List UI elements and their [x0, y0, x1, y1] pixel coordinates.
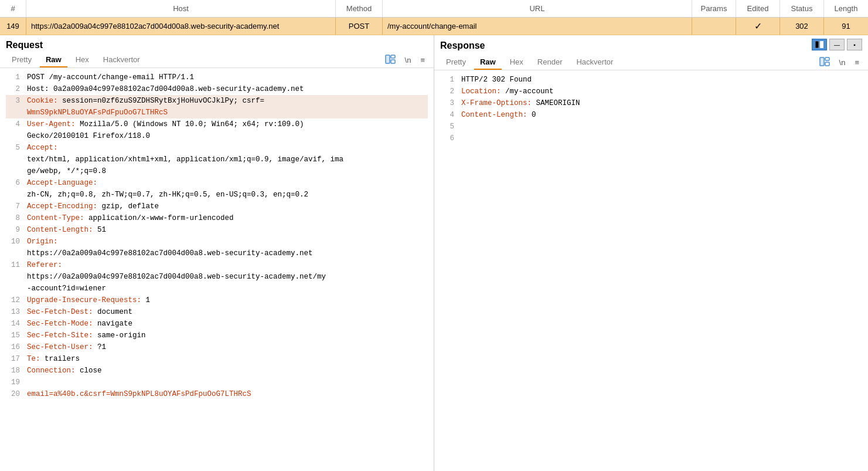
line-content: Accept: text/html, application/xhtml+xml… — [27, 142, 428, 177]
line-content: Sec-Fetch-User: ?1 — [27, 341, 428, 353]
url-label: URL — [529, 4, 544, 13]
code-line: 17Te: trailers — [6, 353, 428, 365]
line-number: 8 — [6, 212, 20, 224]
line-content: POST /my-account/change-email HTTP/1.1 — [27, 72, 428, 83]
request-title: Request — [6, 40, 43, 50]
line-number: 20 — [6, 388, 20, 400]
code-line: 16Sec-Fetch-User: ?1 — [6, 341, 428, 353]
code-line: 12Upgrade-Insecure-Requests: 1 — [6, 294, 428, 306]
request-tab-bar: Pretty Raw Hex Hackvertor \n ≡ — [0, 50, 434, 68]
response-title: Response — [440, 40, 485, 51]
line-content: X-Frame-Options: SAMEORIGIN — [461, 97, 862, 109]
svg-rect-6 — [820, 57, 824, 66]
line-number: 18 — [6, 365, 20, 377]
line-content: Sec-Fetch-Mode: navigate — [27, 318, 428, 330]
line-number: 10 — [6, 236, 20, 248]
line-content: HTTP/2 302 Found — [461, 74, 862, 86]
code-line: 1HTTP/2 302 Found — [440, 74, 862, 86]
code-line: 18Connection: close — [6, 365, 428, 377]
code-line: 3X-Frame-Options: SAMEORIGIN — [440, 97, 862, 109]
view-btn-single[interactable]: — — [829, 39, 845, 50]
line-content: Te: trailers — [27, 353, 428, 365]
response-tab-bar: Pretty Raw Hex Render Hackvertor \n ≡ — [434, 53, 868, 70]
line-number: 7 — [6, 201, 20, 212]
response-toolbar: Response — ▪ — [434, 35, 868, 53]
line-content: Host: 0a2a009a04c997e88102ac7d004d00a8.w… — [27, 83, 428, 95]
tab-response-raw[interactable]: Raw — [474, 55, 502, 70]
response-inspector-icon[interactable] — [816, 56, 833, 69]
response-newline-icon[interactable]: \n — [836, 57, 849, 68]
code-line: 3Cookie: session=n0zf6zuS9ZDHSRytBxjHoHu… — [6, 95, 428, 118]
tab-response-hex[interactable]: Hex — [504, 55, 529, 70]
length-label: Length — [835, 4, 858, 13]
svg-rect-5 — [815, 41, 819, 48]
request-menu-icon[interactable]: ≡ — [417, 55, 428, 66]
request-newline-icon[interactable]: \n — [402, 55, 414, 66]
code-line: 13Sec-Fetch-Dest: document — [6, 306, 428, 318]
row-params — [692, 18, 736, 35]
line-number: 16 — [6, 341, 20, 353]
line-number: 12 — [6, 294, 20, 306]
hash-label: # — [11, 4, 15, 13]
svg-rect-8 — [825, 62, 829, 66]
main-panels: Request Pretty Raw Hex Hackvertor \n ≡ — [0, 35, 868, 471]
response-menu-icon[interactable]: ≡ — [852, 57, 862, 68]
line-number: 4 — [6, 118, 20, 130]
params-label: Params — [701, 4, 727, 13]
edited-label: Edited — [747, 4, 769, 13]
tab-response-render[interactable]: Render — [532, 55, 569, 70]
tab-request-hackvertor[interactable]: Hackvertor — [97, 53, 146, 67]
row-url: /my-account/change-email — [383, 18, 692, 35]
code-line: 2Host: 0a2a009a04c997e88102ac7d004d00a8.… — [6, 83, 428, 95]
response-panel: Response — ▪ Pretty Raw Hex Render Hackv… — [434, 35, 868, 471]
view-btn-split[interactable] — [812, 39, 827, 50]
line-number: 11 — [6, 259, 20, 271]
table-row[interactable]: 149 https://0a2a009a04c997e88102ac7d004d… — [0, 18, 868, 35]
line-content: Sec-Fetch-Site: same-origin — [27, 330, 428, 341]
line-number: 2 — [6, 83, 20, 95]
col-status-header: Status — [780, 0, 824, 17]
col-host-header: Host — [26, 0, 336, 17]
line-content: Sec-Fetch-Dest: document — [27, 306, 428, 318]
code-line: 11Referer: https://0a2a009a04c997e88102a… — [6, 259, 428, 294]
line-number: 6 — [6, 177, 20, 189]
code-line: 6 — [440, 133, 862, 144]
col-params-header: Params — [692, 0, 736, 17]
code-line: 6Accept-Language: zh-CN, zh;q=0.8, zh-TW… — [6, 177, 428, 201]
table-header: # Host Method URL Params Edited Status L… — [0, 0, 868, 18]
col-url-header: URL — [383, 0, 692, 17]
row-edited: ✓ — [736, 18, 780, 35]
response-code-area[interactable]: 1HTTP/2 302 Found2Location: /my-account3… — [434, 70, 868, 471]
line-number: 14 — [6, 318, 20, 330]
tab-request-pretty[interactable]: Pretty — [6, 53, 38, 67]
line-number: 5 — [440, 121, 454, 133]
code-line: 7Accept-Encoding: gzip, deflate — [6, 201, 428, 212]
line-number: 13 — [6, 306, 20, 318]
request-inspector-icon[interactable] — [382, 53, 399, 67]
request-tab-icons: \n ≡ — [382, 53, 428, 67]
tab-response-pretty[interactable]: Pretty — [440, 55, 472, 70]
request-panel: Request Pretty Raw Hex Hackvertor \n ≡ — [0, 35, 434, 471]
code-line: 5 — [440, 121, 862, 133]
request-panel-header: Request — [0, 35, 434, 50]
tab-response-hackvertor[interactable]: Hackvertor — [570, 55, 619, 70]
tab-request-raw[interactable]: Raw — [40, 53, 67, 67]
host-label: Host — [173, 4, 189, 13]
svg-rect-1 — [391, 55, 395, 58]
row-num: 149 — [0, 18, 26, 35]
line-content: Accept-Encoding: gzip, deflate — [27, 201, 428, 212]
line-content: Location: /my-account — [461, 86, 862, 97]
line-number: 5 — [6, 142, 20, 154]
line-number: 1 — [440, 74, 454, 86]
line-number: 19 — [6, 377, 20, 388]
view-toggle: — ▪ — [812, 39, 862, 50]
code-line: 8Content-Type: application/x-www-form-ur… — [6, 212, 428, 224]
line-content: Content-Type: application/x-www-form-url… — [27, 212, 428, 224]
request-code-area[interactable]: 1POST /my-account/change-email HTTP/1.12… — [0, 68, 434, 471]
svg-rect-0 — [386, 55, 390, 63]
line-number: 1 — [6, 72, 20, 83]
svg-rect-4 — [820, 41, 823, 48]
tab-request-hex[interactable]: Hex — [70, 53, 95, 67]
view-btn-compact[interactable]: ▪ — [847, 39, 862, 50]
code-line: 20email=a%40b.c&csrf=WmnS9pkNPL8uOYAFsPd… — [6, 388, 428, 400]
